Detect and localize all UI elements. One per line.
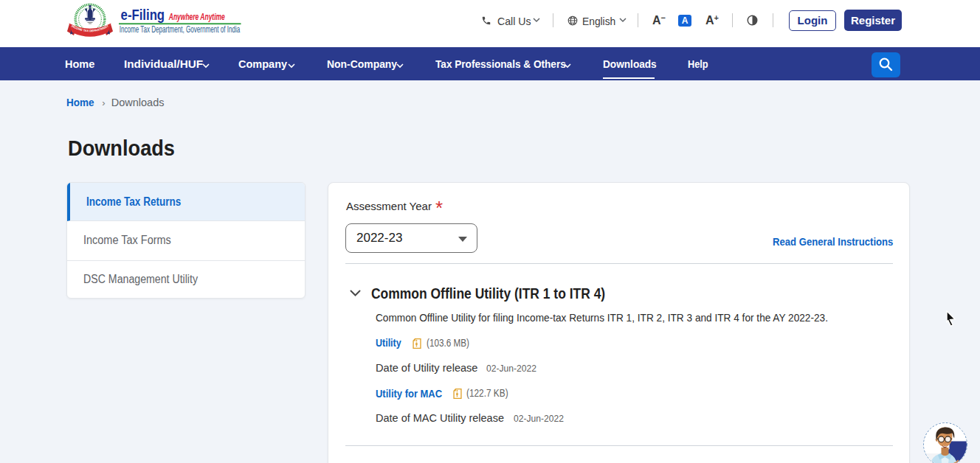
svg-text:e-Filing: e-Filing	[121, 6, 165, 23]
svg-text:Anywhere Anytime: Anywhere Anytime	[168, 11, 225, 22]
svg-text:Income Tax Department, Governm: Income Tax Department, Government of Ind…	[120, 24, 241, 35]
